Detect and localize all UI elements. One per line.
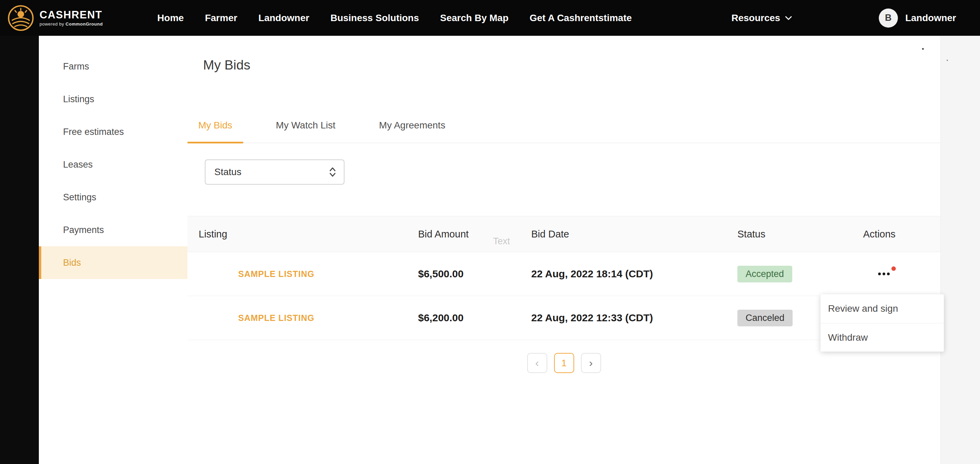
content-card: My Bids My Bids My Watch List My Agreeme… [188, 36, 941, 464]
screen-speck [922, 48, 924, 50]
bid-date-cell: 22 Aug, 2022 12:33 (CDT) [531, 312, 737, 324]
tab-bar: My Bids My Watch List My Agreements [188, 111, 940, 143]
column-header-status: Status [737, 229, 863, 240]
main-area: My Bids My Bids My Watch List My Agreeme… [188, 36, 980, 464]
menu-item-review-and-sign[interactable]: Review and sign [821, 294, 944, 323]
sidebar-item-farms[interactable]: Farms [39, 50, 188, 83]
avatar-initial: B [885, 13, 892, 23]
table-row: SAMPLE LISTING $6,500.00 22 Aug, 2022 18… [188, 252, 940, 296]
page-title: My Bids [188, 36, 940, 73]
filter-bar: Status [205, 159, 940, 184]
screen-speck [947, 60, 948, 61]
sidebar-item-payments[interactable]: Payments [39, 214, 188, 246]
column-header-listing: Listing [199, 229, 418, 240]
nav-farmer[interactable]: Farmer [205, 13, 237, 24]
chevron-left-icon: ‹ [535, 357, 539, 369]
column-header-bid-date: Bid Date [531, 229, 737, 240]
dot [887, 273, 890, 275]
actions-dropdown-menu: Review and sign Withdraw [821, 294, 944, 351]
nav-landowner[interactable]: Landowner [258, 13, 309, 24]
status-badge: Accepted [737, 266, 792, 283]
nav-resources-dropdown[interactable]: Resources [731, 13, 792, 24]
menu-item-withdraw[interactable]: Withdraw [821, 323, 944, 351]
pagination-next-button[interactable]: › [581, 353, 601, 373]
resources-label: Resources [731, 13, 780, 24]
listing-cell: SAMPLE LISTING [199, 313, 418, 323]
brand-tagline: powered by CommonGround [40, 21, 103, 27]
brand-tagline-brand: CommonGround [65, 21, 103, 27]
chevron-down-icon [785, 16, 792, 20]
nav-business-solutions[interactable]: Business Solutions [331, 13, 419, 24]
user-role-label[interactable]: Landowner [905, 13, 956, 24]
left-rail [0, 36, 39, 464]
brand-logo[interactable]: CASHRENT powered by CommonGround [0, 5, 103, 31]
bid-date-cell: 22 Aug, 2022 18:14 (CDT) [531, 268, 737, 280]
nav-search-by-map[interactable]: Search By Map [440, 13, 509, 24]
sidebar-item-leases[interactable]: Leases [39, 148, 188, 181]
column-header-bid-amount: Bid Amount [418, 229, 531, 240]
dot [878, 273, 881, 275]
brand-name: CASHRENT [40, 10, 103, 21]
sidebar-item-listings[interactable]: Listings [39, 83, 188, 116]
top-navbar: CASHRENT powered by CommonGround Home Fa… [0, 0, 980, 36]
nav-get-a-cashrentstimate[interactable]: Get A Cashrentstimate [530, 13, 632, 24]
avatar[interactable]: B [879, 8, 898, 28]
bid-amount-cell: $6,500.00 [418, 268, 531, 280]
tab-my-agreements[interactable]: My Agreements [368, 111, 456, 143]
status-cell: Accepted [737, 266, 863, 283]
cashrent-logo-icon [8, 5, 34, 31]
sidebar-item-bids[interactable]: Bids [39, 246, 188, 279]
pagination-prev-button[interactable]: ‹ [527, 353, 547, 373]
listing-link[interactable]: SAMPLE LISTING [238, 313, 315, 323]
listing-cell: SAMPLE LISTING [199, 269, 418, 279]
listing-link[interactable]: SAMPLE LISTING [238, 269, 315, 279]
more-actions-icon[interactable] [877, 270, 890, 278]
page: CASHRENT powered by CommonGround Home Fa… [0, 0, 980, 464]
pagination: ‹ 1 › [188, 353, 940, 373]
unfold-more-icon [329, 167, 336, 178]
main-nav: Home Farmer Landowner Business Solutions… [158, 13, 632, 24]
status-badge: Canceled [737, 310, 792, 326]
notification-dot [891, 266, 896, 271]
tab-my-watch-list[interactable]: My Watch List [265, 111, 347, 143]
brand-text: CASHRENT powered by CommonGround [40, 10, 103, 27]
tab-my-bids[interactable]: My Bids [188, 111, 243, 143]
user-menu[interactable]: B Landowner [879, 8, 980, 28]
actions-cell [863, 270, 940, 278]
status-select[interactable]: Status [205, 159, 345, 184]
layout: Farms Listings Free estimates Leases Set… [0, 36, 980, 464]
table-header-row: Listing Bid Amount Bid Date Status Actio… [188, 216, 940, 252]
status-select-value: Status [214, 167, 241, 178]
brand-tagline-prefix: powered by [40, 21, 64, 27]
bid-amount-cell: $6,200.00 [418, 312, 531, 324]
column-header-actions: Actions [863, 229, 940, 240]
dot [883, 273, 885, 275]
nav-home[interactable]: Home [158, 13, 184, 24]
sidebar-item-free-estimates[interactable]: Free estimates [39, 116, 188, 148]
sidebar-item-settings[interactable]: Settings [39, 181, 188, 214]
chevron-right-icon: › [589, 357, 593, 369]
sidebar: Farms Listings Free estimates Leases Set… [39, 36, 188, 464]
pagination-page-1-button[interactable]: 1 [554, 353, 574, 373]
